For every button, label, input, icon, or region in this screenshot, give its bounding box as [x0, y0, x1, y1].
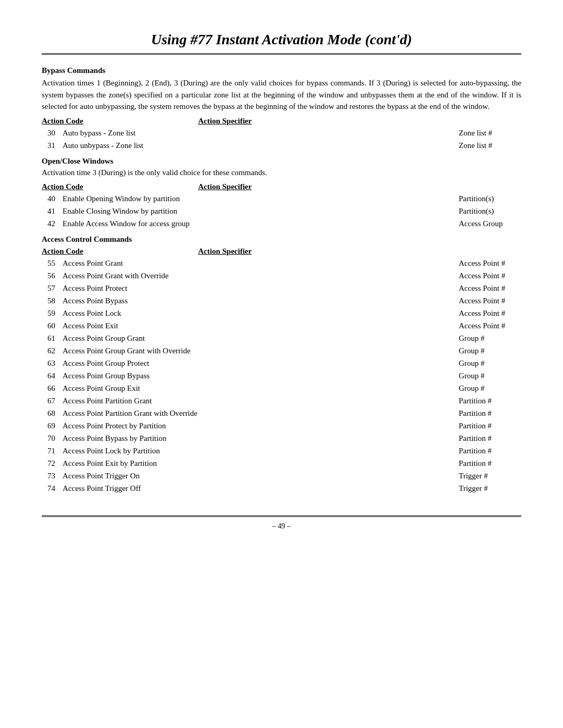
row-description: Enable Closing Window by partition: [63, 205, 438, 217]
row-number: 71: [42, 445, 63, 457]
row-specifier: Access Point #: [438, 282, 521, 294]
row-description: Access Point Exit: [63, 319, 438, 332]
row-specifier: Zone list #: [438, 127, 521, 139]
row-specifier: Partition #: [438, 445, 521, 457]
row-description: Access Point Exit by Partition: [63, 457, 438, 470]
row-description: Access Point Group Grant: [63, 332, 438, 344]
row-number: 41: [42, 205, 63, 217]
openclose-table-header: Action Code Action Specifier: [42, 182, 521, 191]
row-description: Access Point Lock by Partition: [63, 445, 438, 457]
table-row: 62 Access Point Group Grant with Overrid…: [42, 344, 521, 357]
row-number: 60: [42, 319, 63, 332]
table-row: 69 Access Point Protect by Partition Par…: [42, 419, 521, 432]
table-row: 66 Access Point Group Exit Group #: [42, 382, 521, 394]
table-row: 63 Access Point Group Protect Group #: [42, 357, 521, 369]
row-specifier: Access Point #: [438, 257, 521, 269]
page-title: Using #77 Instant Activation Mode (cont'…: [42, 31, 521, 55]
table-row: 40 Enable Opening Window by partition Pa…: [42, 192, 521, 205]
table-row: 61 Access Point Group Grant Group #: [42, 332, 521, 344]
table-row: 73 Access Point Trigger On Trigger #: [42, 470, 521, 482]
bypass-table-rows: 30 Auto bypass - Zone list Zone list # 3…: [42, 127, 521, 152]
row-number: 61: [42, 332, 63, 344]
row-number: 40: [42, 192, 63, 205]
access-heading: Access Control Commands: [42, 235, 521, 244]
row-description: Access Point Protect by Partition: [63, 419, 438, 432]
row-specifier: Group #: [438, 344, 521, 357]
row-specifier: Partition #: [438, 432, 521, 445]
openclose-action-code-header: Action Code: [42, 182, 177, 191]
openclose-body: Activation time 3 (During) is the only v…: [42, 167, 521, 179]
row-number: 70: [42, 432, 63, 445]
row-description: Access Point Group Exit: [63, 382, 438, 394]
table-row: 70 Access Point Bypass by Partition Part…: [42, 432, 521, 445]
row-specifier: Access Point #: [438, 319, 521, 332]
row-description: Access Point Group Protect: [63, 357, 438, 369]
access-section: Access Control Commands Action Code Acti…: [42, 235, 521, 495]
row-specifier: Access Group: [438, 217, 521, 230]
row-number: 64: [42, 369, 63, 382]
row-description: Enable Opening Window by partition: [63, 192, 438, 205]
row-number: 30: [42, 127, 63, 139]
row-specifier: Access Point #: [438, 269, 521, 282]
row-number: 68: [42, 407, 63, 419]
access-action-code-header: Action Code: [42, 247, 177, 256]
row-specifier: Partition #: [438, 457, 521, 470]
row-specifier: Partition #: [438, 407, 521, 419]
row-specifier: Trigger #: [438, 470, 521, 482]
row-description: Access Point Lock: [63, 307, 438, 319]
row-description: Access Point Bypass: [63, 294, 438, 307]
row-description: Access Point Trigger On: [63, 470, 438, 482]
access-table-rows: 55 Access Point Grant Access Point # 56 …: [42, 257, 521, 495]
access-action-specifier-header: Action Specifier: [177, 247, 521, 256]
row-number: 63: [42, 357, 63, 369]
bypass-action-code-header: Action Code: [42, 117, 177, 126]
bypass-heading: Bypass Commands: [42, 66, 521, 75]
row-description: Access Point Group Grant with Override: [63, 344, 438, 357]
table-row: 30 Auto bypass - Zone list Zone list #: [42, 127, 521, 139]
row-number: 72: [42, 457, 63, 470]
page-footer: – 49 –: [42, 515, 521, 530]
table-row: 64 Access Point Group Bypass Group #: [42, 369, 521, 382]
bypass-table-header: Action Code Action Specifier: [42, 117, 521, 126]
row-number: 55: [42, 257, 63, 269]
row-description: Access Point Partition Grant with Overri…: [63, 407, 438, 419]
row-number: 58: [42, 294, 63, 307]
table-row: 60 Access Point Exit Access Point #: [42, 319, 521, 332]
row-description: Access Point Bypass by Partition: [63, 432, 438, 445]
table-row: 31 Auto unbypass - Zone list Zone list #: [42, 139, 521, 152]
row-number: 42: [42, 217, 63, 230]
bypass-section: Bypass Commands Activation times 1 (Begi…: [42, 66, 521, 152]
row-number: 67: [42, 394, 63, 407]
row-specifier: Access Point #: [438, 307, 521, 319]
bypass-action-specifier-header: Action Specifier: [177, 117, 521, 126]
row-number: 74: [42, 482, 63, 495]
row-description: Access Point Grant: [63, 257, 438, 269]
table-row: 59 Access Point Lock Access Point #: [42, 307, 521, 319]
row-specifier: Group #: [438, 357, 521, 369]
row-specifier: Access Point #: [438, 294, 521, 307]
row-description: Access Point Partition Grant: [63, 394, 438, 407]
table-row: 72 Access Point Exit by Partition Partit…: [42, 457, 521, 470]
row-number: 69: [42, 419, 63, 432]
openclose-section: Open/Close Windows Activation time 3 (Du…: [42, 157, 521, 230]
row-number: 31: [42, 139, 63, 152]
row-description: Access Point Grant with Override: [63, 269, 438, 282]
row-number: 73: [42, 470, 63, 482]
row-specifier: Trigger #: [438, 482, 521, 495]
openclose-heading: Open/Close Windows: [42, 157, 521, 166]
access-table-header: Action Code Action Specifier: [42, 247, 521, 256]
table-row: 55 Access Point Grant Access Point #: [42, 257, 521, 269]
row-number: 66: [42, 382, 63, 394]
bypass-body: Activation times 1 (Beginning), 2 (End),…: [42, 77, 521, 113]
row-number: 57: [42, 282, 63, 294]
row-description: Enable Access Window for access group: [63, 217, 438, 230]
openclose-action-specifier-header: Action Specifier: [177, 182, 521, 191]
row-specifier: Zone list #: [438, 139, 521, 152]
table-row: 58 Access Point Bypass Access Point #: [42, 294, 521, 307]
row-number: 56: [42, 269, 63, 282]
table-row: 74 Access Point Trigger Off Trigger #: [42, 482, 521, 495]
row-specifier: Partition #: [438, 419, 521, 432]
table-row: 42 Enable Access Window for access group…: [42, 217, 521, 230]
row-description: Access Point Group Bypass: [63, 369, 438, 382]
row-specifier: Partition(s): [438, 192, 521, 205]
